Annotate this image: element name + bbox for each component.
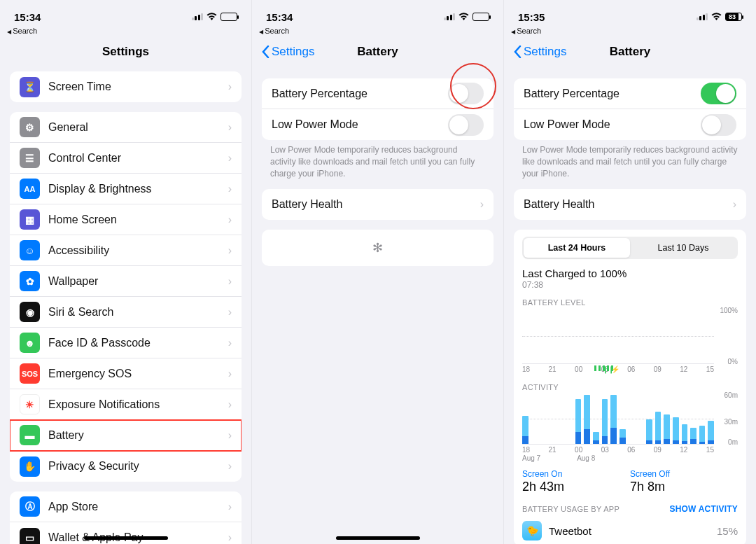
screen-time-stats: Screen On 2h 43m Screen Off 7h 8m xyxy=(522,469,738,494)
home-indicator[interactable] xyxy=(336,536,420,540)
battery-toggles: Battery Percentage Low Power Mode xyxy=(262,78,493,140)
status-icons xyxy=(192,13,238,21)
settings-row[interactable]: ⚙︎General› xyxy=(10,112,241,143)
gear-icon: ⚙︎ xyxy=(20,117,40,137)
chevron-right-icon: › xyxy=(228,368,232,380)
low-power-mode-row[interactable]: Low Power Mode xyxy=(262,109,493,140)
cell-signal-icon xyxy=(192,13,204,20)
battery-pane-on: 15:35 83 Search Settings Battery Battery… xyxy=(504,0,756,544)
app-usage-row[interactable]: 🐤 Tweetbot 15% xyxy=(522,517,738,540)
charging-indicator: ❙❙⚡ xyxy=(570,365,638,372)
chevron-right-icon: › xyxy=(228,183,232,195)
battery-level-label: BATTERY LEVEL xyxy=(522,298,738,307)
battery-pane-off: 15:34 Search Settings Battery Battery Pe… xyxy=(252,0,504,544)
battery-health-row[interactable]: Battery Health › xyxy=(514,189,746,220)
settings-row[interactable]: SOSEmergency SOS› xyxy=(10,358,241,389)
settings-row[interactable]: ✋Privacy & Security› xyxy=(10,451,241,482)
chevron-right-icon: › xyxy=(228,501,232,513)
show-activity-button[interactable]: SHOW ACTIVITY xyxy=(670,504,738,514)
chevron-right-icon: › xyxy=(733,198,736,211)
row-label: Battery Health xyxy=(524,198,733,211)
hand-icon: ✋ xyxy=(20,456,40,477)
row-label: Battery Percentage xyxy=(272,88,448,100)
settings-row[interactable]: ☀Exposure Notifications› xyxy=(10,389,241,420)
switches-icon: ☰ xyxy=(20,148,40,168)
back-label: Settings xyxy=(524,45,566,59)
back-label: Settings xyxy=(272,45,314,59)
face-icon: ☻ xyxy=(20,333,40,353)
cell-signal-icon xyxy=(696,13,708,20)
row-label: Privacy & Security xyxy=(48,460,228,473)
navbar: Settings xyxy=(0,38,251,66)
app-pct: 15% xyxy=(717,525,738,537)
row-label: Control Center xyxy=(48,152,228,165)
row-label: Exposure Notifications xyxy=(48,398,228,411)
settings-row[interactable]: ☰Control Center› xyxy=(10,143,241,174)
wifi-icon xyxy=(458,13,469,21)
low-power-toggle[interactable] xyxy=(448,114,484,136)
AA-icon: AA xyxy=(20,179,40,199)
back-to-app[interactable]: Search xyxy=(252,27,503,35)
settings-row[interactable]: AADisplay & Brightness› xyxy=(10,174,241,204)
chevron-right-icon: › xyxy=(228,306,232,319)
SOS-icon: SOS xyxy=(20,363,40,384)
chevron-right-icon: › xyxy=(480,198,484,211)
chevron-right-icon: › xyxy=(228,275,232,288)
time-range-segmented[interactable]: Last 24 Hours Last 10 Days xyxy=(522,237,738,259)
chevron-right-icon: › xyxy=(228,244,232,257)
battery-percentage-toggle[interactable] xyxy=(448,83,484,104)
settings-row[interactable]: ☻Face ID & Passcode› xyxy=(10,328,241,358)
screen-off-stat: Screen Off 7h 8m xyxy=(630,469,738,494)
last-charged-heading: Last Charged to 100% xyxy=(522,267,738,279)
day-labels: Aug 7Aug 8 xyxy=(522,454,738,462)
settings-row[interactable]: ▬Battery› xyxy=(10,420,241,451)
low-power-toggle[interactable] xyxy=(701,114,736,136)
wifi-icon xyxy=(206,13,217,21)
back-button[interactable]: Settings xyxy=(514,45,566,59)
chevron-right-icon: › xyxy=(228,337,232,349)
battery-icon: 83 xyxy=(725,13,742,21)
battery-health-row[interactable]: Battery Health › xyxy=(262,189,493,220)
chevron-right-icon: › xyxy=(228,214,232,226)
row-label: Battery xyxy=(48,429,228,442)
seg-last-10d[interactable]: Last 10 Days xyxy=(630,238,736,258)
page-title: Settings xyxy=(102,45,149,59)
back-to-app[interactable]: Search xyxy=(504,27,756,35)
home-indicator[interactable] xyxy=(84,536,168,540)
navbar: Settings Battery xyxy=(252,38,503,66)
battery-percentage-row[interactable]: Battery Percentage xyxy=(514,78,746,109)
settings-row[interactable]: ◉Siri & Search› xyxy=(10,297,241,328)
chevron-right-icon: › xyxy=(228,460,232,473)
battery-usage-card: Last 24 Hours Last 10 Days Last Charged … xyxy=(514,230,746,544)
page-title: Battery xyxy=(357,45,398,59)
battery-icon xyxy=(220,13,237,21)
row-label: Low Power Mode xyxy=(272,118,448,131)
battery-percentage-toggle[interactable] xyxy=(701,83,736,104)
back-to-app[interactable]: Search xyxy=(0,27,251,35)
settings-row[interactable]: ✿Wallpaper› xyxy=(10,266,241,297)
settings-row[interactable]: ▭Wallet & Apple Pay› xyxy=(10,522,241,544)
back-button[interactable]: Settings xyxy=(262,45,314,59)
virus-icon: ☀ xyxy=(20,394,40,414)
navbar: Settings Battery xyxy=(504,38,756,66)
activity-label: ACTIVITY xyxy=(522,383,738,391)
seg-last-24h[interactable]: Last 24 Hours xyxy=(524,238,630,258)
settings-row[interactable]: ⒶApp Store› xyxy=(10,491,241,522)
settings-row[interactable]: ▦Home Screen› xyxy=(10,204,241,235)
battery-percentage-row[interactable]: Battery Percentage xyxy=(262,78,493,109)
settings-row[interactable]: ☺Accessibility› xyxy=(10,235,241,266)
row-label: Battery Percentage xyxy=(524,88,701,100)
app-icon: 🐤 xyxy=(522,521,542,540)
low-power-footer: Low Power Mode temporarily reduces backg… xyxy=(504,140,756,179)
chevron-right-icon: › xyxy=(228,121,232,134)
settings-row-screen-time[interactable]: ⏳ Screen Time › xyxy=(10,71,241,102)
row-label: Siri & Search xyxy=(48,306,228,319)
row-label: Accessibility xyxy=(48,244,228,257)
wallet-icon: ▭ xyxy=(20,528,40,545)
row-label: Face ID & Passcode xyxy=(48,337,228,349)
A-icon: Ⓐ xyxy=(20,496,40,517)
battery-icon: ▬ xyxy=(20,425,40,445)
low-power-footer: Low Power Mode temporarily reduces backg… xyxy=(252,140,503,179)
row-label: App Store xyxy=(48,501,228,513)
low-power-mode-row[interactable]: Low Power Mode xyxy=(514,109,746,140)
